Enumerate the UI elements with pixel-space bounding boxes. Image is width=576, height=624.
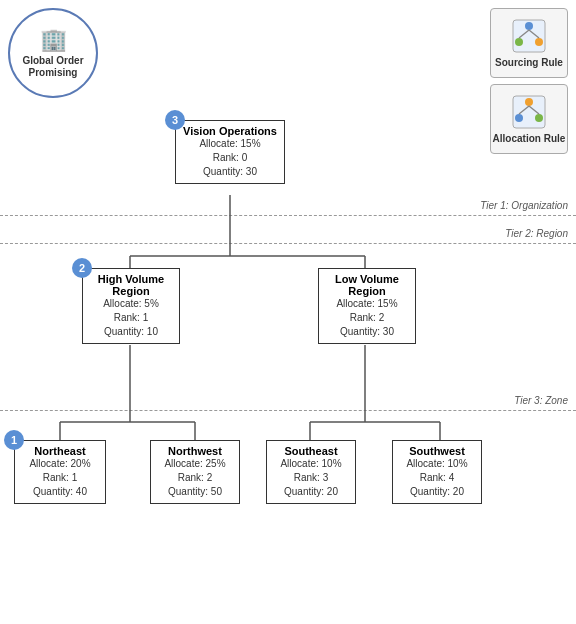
sourcing-rule-label: Sourcing Rule bbox=[495, 57, 563, 68]
sourcing-rule-icon bbox=[511, 18, 547, 54]
southwest-detail: Allocate: 10% Rank: 4 Quantity: 20 bbox=[399, 457, 475, 499]
logo-icon: 🏢 bbox=[40, 27, 67, 53]
dashed-line-tier1 bbox=[0, 215, 576, 216]
tier3-label: Tier 3: Zone bbox=[514, 395, 568, 406]
low-volume-title: Low Volume Region bbox=[325, 273, 409, 297]
low-volume-detail: Allocate: 15% Rank: 2 Quantity: 30 bbox=[325, 297, 409, 339]
sourcing-rule-button[interactable]: Sourcing Rule bbox=[490, 8, 568, 78]
southeast-detail: Allocate: 10% Rank: 3 Quantity: 20 bbox=[273, 457, 349, 499]
allocation-rule-label: Allocation Rule bbox=[493, 133, 566, 144]
high-volume-node-box: High Volume Region Allocate: 5% Rank: 1 … bbox=[82, 268, 180, 344]
northwest-title: Northwest bbox=[157, 445, 233, 457]
right-panel: Sourcing Rule Allocation Rule bbox=[490, 8, 568, 154]
southwest-node-box: Southwest Allocate: 10% Rank: 4 Quantity… bbox=[392, 440, 482, 504]
root-node-title: Vision Operations bbox=[182, 125, 278, 137]
tier1-label: Tier 1: Organization bbox=[480, 200, 568, 211]
svg-point-1 bbox=[525, 22, 533, 30]
low-volume-node-box: Low Volume Region Allocate: 15% Rank: 2 … bbox=[318, 268, 416, 344]
high-volume-title: High Volume Region bbox=[89, 273, 173, 297]
southeast-title: Southeast bbox=[273, 445, 349, 457]
northeast-node-box: Northeast Allocate: 20% Rank: 1 Quantity… bbox=[14, 440, 106, 504]
high-volume-badge: 2 bbox=[72, 258, 92, 278]
main-container: 🏢 Global Order Promising Sourcing Rule bbox=[0, 0, 576, 624]
logo-text: Global Order Promising bbox=[10, 55, 96, 79]
northwest-node-box: Northwest Allocate: 25% Rank: 2 Quantity… bbox=[150, 440, 240, 504]
northeast-badge: 1 bbox=[4, 430, 24, 450]
northeast-title: Northeast bbox=[21, 445, 99, 457]
southwest-title: Southwest bbox=[399, 445, 475, 457]
tier2-label: Tier 2: Region bbox=[505, 228, 568, 239]
dashed-line-tier3 bbox=[0, 410, 576, 411]
svg-point-8 bbox=[515, 114, 523, 122]
svg-point-2 bbox=[515, 38, 523, 46]
dashed-line-tier2 bbox=[0, 243, 576, 244]
svg-point-3 bbox=[535, 38, 543, 46]
logo-circle: 🏢 Global Order Promising bbox=[8, 8, 98, 98]
svg-point-7 bbox=[525, 98, 533, 106]
allocation-rule-button[interactable]: Allocation Rule bbox=[490, 84, 568, 154]
northwest-detail: Allocate: 25% Rank: 2 Quantity: 50 bbox=[157, 457, 233, 499]
allocation-rule-icon bbox=[511, 94, 547, 130]
northeast-detail: Allocate: 20% Rank: 1 Quantity: 40 bbox=[21, 457, 99, 499]
svg-point-9 bbox=[535, 114, 543, 122]
southeast-node-box: Southeast Allocate: 10% Rank: 3 Quantity… bbox=[266, 440, 356, 504]
high-volume-detail: Allocate: 5% Rank: 1 Quantity: 10 bbox=[89, 297, 173, 339]
root-badge: 3 bbox=[165, 110, 185, 130]
root-node-box: Vision Operations Allocate: 15% Rank: 0 … bbox=[175, 120, 285, 184]
root-node-detail: Allocate: 15% Rank: 0 Quantity: 30 bbox=[182, 137, 278, 179]
